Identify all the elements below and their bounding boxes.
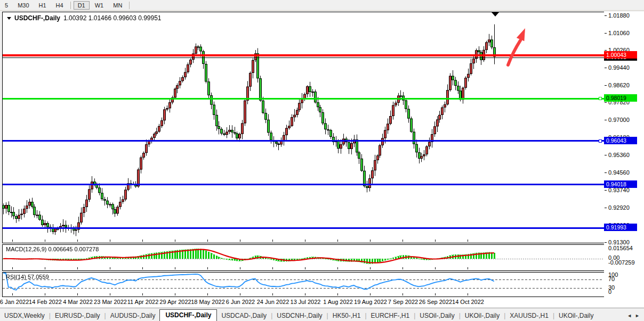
date-label: 14 Feb 2022 [29,299,62,305]
blue-level-badge-2: 0.94018 [604,180,637,188]
price-axis-tick [605,68,607,68]
tab-usdx-weekly[interactable]: USDX,Weekly [0,310,49,321]
rsi-axis-label: 70 [608,276,615,282]
macd-axis-label: -0.007259 [608,259,635,266]
price-axis-label: 0.92920 [608,204,630,211]
price-axis[interactable]: 1.018801.010601.002600.994400.986200.978… [604,12,644,297]
chart-tab-bar: USDX,Weekly|EURUSD-,Daily|AUDUSD-,DailyU… [0,308,644,321]
tab-scroll-right-icon[interactable]: ► [635,313,640,318]
timeframe-button-mn[interactable]: MN [109,1,126,10]
macd-indicator-pane[interactable]: MACD(12,26,9) 0.006645 0.007278 [2,244,605,271]
green-support-line[interactable] [3,98,604,100]
date-label: 26 Sep 2022 [419,299,452,305]
price-axis-label: 0.95360 [608,152,630,158]
timeframe-button-m30[interactable]: M30 [13,1,33,10]
blue-level-line-2[interactable] [3,184,604,185]
toolbar-separator [129,2,130,9]
price-axis-label: 0.94560 [608,169,630,176]
timeframe-button-d1[interactable]: D1 [74,1,90,10]
date-label: 26 Jan 2022 [0,299,29,305]
blue-level-line-3[interactable] [3,227,604,229]
timeframe-button-h1[interactable]: H1 [35,1,51,10]
price-axis-label: 0.98620 [608,82,630,88]
green-level-badge: 0.98019 [604,94,637,102]
tab-usdcad-daily[interactable]: USDCAD-,Daily [217,310,271,321]
price-axis-tick [605,190,607,191]
price-axis-tick [605,242,607,243]
date-label: 1 Aug 2022 [323,299,353,305]
price-axis-tick [605,120,607,120]
tab-usdchf-daily[interactable]: USDCHF-,Daily [159,309,217,321]
price-axis-tick [605,85,607,86]
timeframe-button-w1[interactable]: W1 [91,1,108,10]
date-label: 29 Apr 2022 [159,299,191,305]
mt4-chart-window: 5M30H1H4D1W1MN USDCHF-,Daily 1.00392 1.0… [0,0,644,321]
rsi-axis-label: 0 [608,289,611,295]
rsi-indicator-pane[interactable]: RSI(14) 57.0559 [2,272,605,297]
rsi-canvas[interactable] [3,273,603,295]
chart-symbol-label: USDCHF-,Daily [14,14,60,22]
timeframe-button-5[interactable]: 5 [1,1,12,10]
price-axis-tick [605,15,607,16]
price-axis-tick [605,172,607,173]
price-axis-tick [605,155,607,155]
rsi-label: RSI(14) 57.0559 [6,274,49,280]
date-label: 19 Aug 2022 [354,299,387,305]
chevron-down-icon[interactable] [7,17,11,20]
date-label: 18 May 2022 [191,299,225,305]
tab-eurusd-daily[interactable]: EURUSD-,Daily [51,310,104,321]
blue-level-badge-3: 0.91993 [604,224,637,231]
tab-usoil-daily[interactable]: USOil-,Daily [415,310,458,321]
date-label: 14 Oct 2022 [452,299,484,305]
resistance-price-badge: 1.00043 [604,51,637,59]
price-axis-tick [605,102,607,103]
date-label: 23 Mar 2022 [94,299,127,305]
tab-eurchf-h1[interactable]: EURCHF-,H1 [367,310,414,321]
tab-audusd-daily[interactable]: AUDUSD-,Daily [106,310,160,321]
blue-level-line-1-handle[interactable] [599,139,602,143]
timeframe-button-h4[interactable]: H4 [52,1,68,10]
blue-level-line-1[interactable] [3,140,604,142]
time-axis[interactable]: 26 Jan 202214 Feb 20224 Mar 202223 Mar 2… [0,297,644,308]
date-label: 7 Sep 2022 [388,299,418,305]
date-label: 13 Jul 2022 [291,299,321,305]
tab-usdcnh-daily[interactable]: USDCNH-,Daily [272,310,326,321]
tab-ukoil-daily[interactable]: UKOil-,Daily [461,310,504,321]
chart-shift-marker-icon[interactable] [492,12,499,17]
date-label: 24 Jun 2022 [257,299,289,305]
tab-xauusd-h1[interactable]: XAUUSD-,H1 [505,310,553,321]
chart-ohlc-values: 1.00392 1.01466 0.99603 0.99951 [63,14,162,22]
green-support-line-handle[interactable] [599,97,602,100]
macd-axis-label: 0.015654 [608,245,633,251]
timeframe-toolbar: 5M30H1H4D1W1MN [0,0,644,11]
tab-scroll-arrows: ◄► [627,313,644,321]
date-label: 6 Jun 2022 [226,299,255,305]
tab-hk50-h1[interactable]: HK50-,H1 [328,310,365,321]
toolbar-separator [70,2,71,9]
macd-label: MACD(12,26,9) 0.006645 0.007278 [6,246,99,252]
price-axis-tick [605,208,607,208]
price-axis-label: 1.01060 [608,30,630,36]
date-label: 4 Mar 2022 [63,299,93,305]
blue-level-badge-1: 0.96043 [604,137,637,144]
tab-scroll-left-icon[interactable]: ◄ [627,313,632,318]
tab-ukoil-daily[interactable]: UKOil-,Daily [554,310,598,321]
price-axis-label: 1.01880 [608,12,630,19]
price-axis-label: 0.97000 [608,117,630,123]
price-axis-label: 0.99440 [608,64,630,71]
chart-title: USDCHF-,Daily 1.00392 1.01466 0.99603 0.… [7,14,162,22]
date-label: 11 Apr 2022 [127,299,159,305]
price-axis-tick [605,33,607,34]
up-arrow-annotation[interactable] [500,22,531,69]
